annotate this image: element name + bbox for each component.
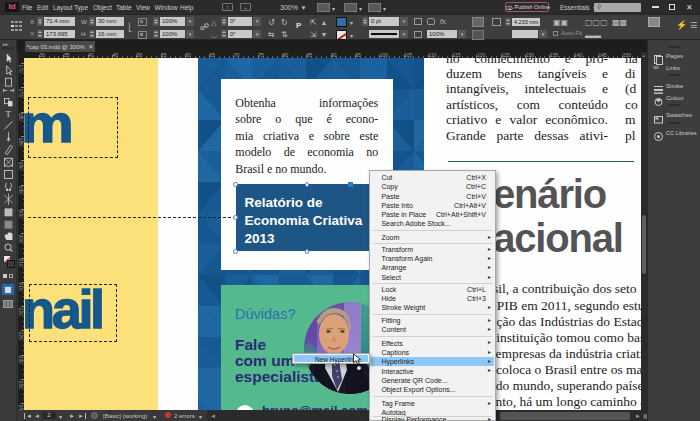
svg-text:T: T — [5, 109, 11, 119]
